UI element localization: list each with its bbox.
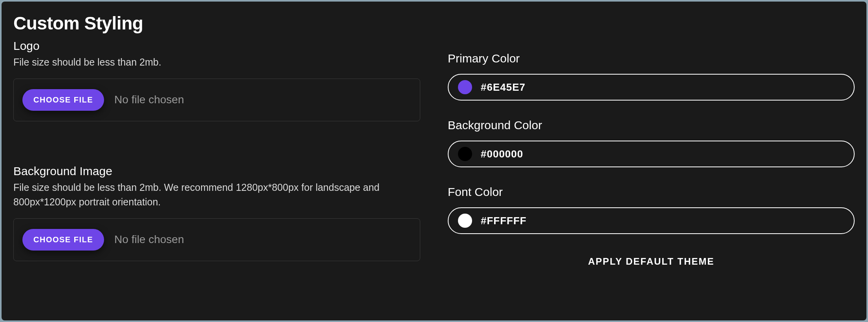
page-title: Custom Styling — [13, 13, 855, 34]
background-image-file-status: No file chosen — [114, 233, 184, 246]
font-color-swatch[interactable] — [458, 214, 472, 228]
logo-file-box: CHOOSE FILE No file chosen — [13, 79, 420, 121]
primary-color-input[interactable] — [448, 74, 855, 101]
spacer — [13, 121, 420, 165]
logo-choose-file-button[interactable]: CHOOSE FILE — [22, 89, 104, 111]
primary-color-swatch[interactable] — [458, 80, 472, 94]
font-color-label: Font Color — [448, 185, 855, 199]
primary-color-label: Primary Color — [448, 52, 855, 65]
background-image-section: Background Image File size should be les… — [13, 165, 420, 261]
custom-styling-panel: Custom Styling Logo File size should be … — [2, 2, 866, 320]
primary-color-section: Primary Color — [448, 52, 855, 101]
font-color-input[interactable] — [448, 207, 855, 234]
logo-label: Logo — [13, 39, 420, 53]
columns: Logo File size should be less than 2mb. … — [13, 39, 855, 271]
background-image-hint: File size should be less than 2mb. We re… — [13, 180, 420, 210]
logo-file-status: No file chosen — [114, 93, 184, 106]
left-column: Logo File size should be less than 2mb. … — [13, 39, 420, 271]
font-color-section: Font Color — [448, 185, 855, 234]
background-image-choose-file-button[interactable]: CHOOSE FILE — [22, 229, 104, 251]
background-color-hex-field[interactable] — [481, 148, 844, 160]
background-color-swatch[interactable] — [458, 147, 472, 161]
logo-section: Logo File size should be less than 2mb. … — [13, 39, 420, 121]
background-color-section: Background Color — [448, 119, 855, 167]
background-color-input[interactable] — [448, 141, 855, 167]
logo-hint: File size should be less than 2mb. — [13, 55, 420, 70]
primary-color-hex-field[interactable] — [481, 81, 844, 93]
font-color-hex-field[interactable] — [481, 215, 844, 227]
right-column: Primary Color Background Color Font Colo… — [448, 39, 855, 271]
background-color-label: Background Color — [448, 119, 855, 132]
background-image-file-box: CHOOSE FILE No file chosen — [13, 218, 420, 261]
background-image-label: Background Image — [13, 165, 420, 178]
apply-default-theme-button[interactable]: APPLY DEFAULT THEME — [580, 252, 722, 271]
